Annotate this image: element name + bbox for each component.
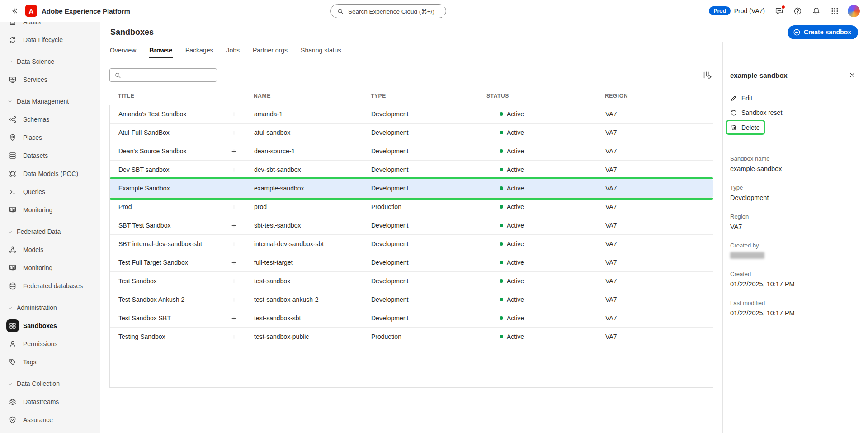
plus-icon[interactable] (228, 313, 239, 324)
row-region: VA7 (597, 203, 713, 210)
status-dot (500, 298, 503, 301)
sidebar-item-label: Data Models (POC) (23, 170, 78, 177)
sidebar-section-administration[interactable]: Administration (0, 299, 100, 317)
help-icon[interactable] (792, 5, 803, 16)
row-status: Active (507, 185, 524, 192)
table-row[interactable]: Test Full Target Sandboxfull-test-target… (110, 253, 713, 272)
table-row[interactable]: Amanda's Test Sandboxamanda-1Development… (110, 105, 713, 124)
column-settings-icon[interactable] (701, 69, 713, 81)
global-search-input[interactable]: Search Experience Cloud (⌘+/) (330, 4, 446, 18)
tags-icon (6, 356, 19, 368)
sidebar-item-monitoring[interactable]: Monitoring (0, 201, 100, 219)
notifications-bell-icon[interactable] (811, 5, 821, 16)
row-status: Active (507, 203, 524, 210)
plus-icon[interactable] (228, 201, 239, 212)
column-header-region[interactable]: REGION (596, 93, 713, 99)
sidebar-item-data-lifecycle[interactable]: Data Lifecycle (0, 31, 100, 49)
sidebar-section-data-collection[interactable]: Data Collection (0, 375, 100, 393)
sidebar-section-federated-data[interactable]: Federated Data (0, 223, 100, 241)
sidebar-item-data-models-poc[interactable]: Data Models (POC) (0, 165, 100, 183)
plus-icon[interactable] (228, 146, 239, 157)
row-region: VA7 (597, 166, 713, 173)
create-sandbox-label: Create sandbox (804, 29, 851, 36)
tab-packages[interactable]: Packages (185, 45, 213, 58)
create-sandbox-button[interactable]: Create sandbox (788, 25, 858, 39)
tab-sharing-status[interactable]: Sharing status (300, 45, 342, 58)
row-status: Active (507, 314, 524, 322)
table-row[interactable]: Dean's Source Sandboxdean-source-1Develo… (110, 142, 713, 161)
row-type: Development (363, 185, 478, 192)
avatar[interactable] (848, 5, 860, 17)
environment-switcher[interactable]: Prod Prod (VA7) (709, 6, 765, 15)
plus-icon[interactable] (228, 164, 239, 175)
content-header: Sandboxes Create sandbox (100, 22, 868, 42)
plus-icon[interactable] (228, 276, 239, 286)
table-toolbar (109, 68, 713, 82)
status-dot (500, 224, 503, 227)
table-search-input[interactable] (125, 71, 212, 79)
sidebar-item-schemas[interactable]: Schemas (0, 110, 100, 128)
column-header-status[interactable]: STATUS (478, 93, 596, 99)
detail-field-created: Created01/22/2025, 10:17 PM (730, 271, 859, 288)
tab-jobs[interactable]: Jobs (226, 45, 240, 58)
chevron-down-icon (6, 59, 14, 65)
sidebar-item-federated-databases[interactable]: Federated databases (0, 277, 100, 295)
table-row[interactable]: Dev SBT sandboxdev-sbt-sandboxDevelopmen… (110, 161, 713, 179)
apps-grid-icon[interactable] (829, 5, 840, 16)
tab-browse[interactable]: Browse (149, 45, 173, 58)
edit-button[interactable]: Edit (730, 91, 752, 105)
chevron-down-icon (6, 99, 14, 105)
sidebar-item-audits[interactable]: Audits (0, 22, 100, 31)
row-type: Development (363, 110, 478, 118)
table-row[interactable]: Example Sandboxexample-sandboxDevelopmen… (110, 179, 713, 198)
federated-databases-icon (6, 280, 19, 292)
sidebar-item-datasets[interactable]: Datasets (0, 147, 100, 165)
row-title: Amanda's Test Sandbox (118, 110, 186, 118)
row-title: Atul-Full-SandBox (118, 129, 170, 136)
delete-button[interactable]: Delete (726, 120, 765, 135)
table-row[interactable]: Test Sandbox Ankush 2test-sandbox-ankush… (110, 290, 713, 309)
sandbox-reset-button[interactable]: Sandbox reset (730, 105, 782, 120)
row-status: Active (507, 129, 524, 136)
column-header-name[interactable]: NAME (245, 93, 362, 99)
sidebar-item-label: Permissions (23, 340, 57, 347)
sidebar-item-tags[interactable]: Tags (0, 353, 100, 371)
sidebar-section-label: Federated Data (17, 228, 61, 235)
tab-partner-orgs[interactable]: Partner orgs (252, 45, 288, 58)
status-dot (500, 335, 503, 338)
plus-icon[interactable] (228, 220, 239, 231)
sidebar-item-assurance[interactable]: Assurance (0, 411, 100, 429)
plus-icon[interactable] (228, 127, 239, 138)
sidebar-item-services[interactable]: Services (0, 71, 100, 89)
plus-icon[interactable] (228, 109, 239, 119)
table-row[interactable]: ProdprodProductionActiveVA7 (110, 198, 713, 216)
feedback-icon[interactable] (774, 5, 784, 16)
sidebar-section-data-management[interactable]: Data Management (0, 92, 100, 110)
table-row[interactable]: Test Sandboxtest-sandboxDevelopmentActiv… (110, 272, 713, 290)
table-row[interactable]: Test Sandbox SBTtest-sandbox-sbtDevelopm… (110, 309, 713, 328)
sidebar-collapse-icon[interactable] (8, 5, 20, 17)
table-row[interactable]: Testing Sandboxtest-sandbox-publicProduc… (110, 328, 713, 346)
sidebar-item-sandboxes[interactable]: Sandboxes (0, 317, 100, 335)
table-search[interactable] (109, 68, 217, 82)
plus-icon[interactable] (228, 238, 239, 249)
status-dot (500, 316, 503, 320)
plus-icon[interactable] (228, 331, 239, 342)
sidebar-item-models[interactable]: Models (0, 241, 100, 259)
sidebar-section-data-science[interactable]: Data Science (0, 52, 100, 71)
sidebar-item-monitoring[interactable]: Monitoring (0, 259, 100, 277)
table-row[interactable]: Atul-Full-SandBoxatul-sandboxDevelopment… (110, 124, 713, 142)
sidebar-item-places[interactable]: Places (0, 128, 100, 147)
sidebar-item-datastreams[interactable]: Datastreams (0, 393, 100, 411)
tab-overview[interactable]: Overview (109, 45, 137, 58)
table-row[interactable]: SBT Test Sandboxsbt-test-sandboxDevelopm… (110, 216, 713, 235)
sidebar-item-queries[interactable]: Queries (0, 183, 100, 201)
plus-icon[interactable] (228, 294, 239, 305)
sidebar-item-permissions[interactable]: Permissions (0, 335, 100, 353)
column-header-title[interactable]: TITLE (109, 93, 245, 99)
plus-icon[interactable] (228, 257, 239, 268)
table-row[interactable]: SBT internal-dev-sandbox-sbtinternal-dev… (110, 235, 713, 253)
row-title: Test Sandbox Ankush 2 (118, 296, 184, 303)
column-header-type[interactable]: TYPE (362, 93, 478, 99)
close-icon[interactable] (846, 69, 858, 81)
